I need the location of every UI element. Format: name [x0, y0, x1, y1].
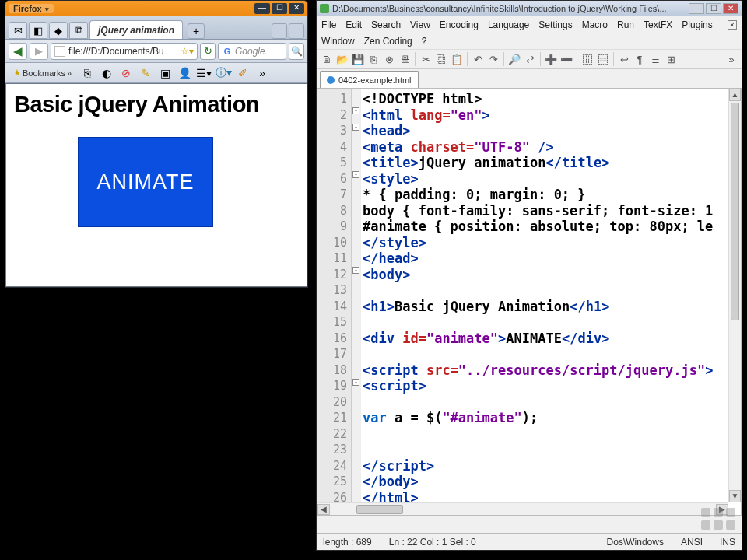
toolbar-overflow-icon[interactable]: »: [724, 52, 738, 66]
paste-icon[interactable]: 📋: [450, 52, 464, 66]
scroll-up-icon[interactable]: ▲: [729, 89, 741, 101]
zoom-in-icon[interactable]: ➕: [544, 52, 558, 66]
highlighter-icon[interactable]: ✐: [234, 65, 251, 81]
editor-tab-active[interactable]: 0402-example.html: [320, 71, 419, 88]
info-icon[interactable]: ⓘ▾: [215, 65, 232, 81]
list-tabs-button[interactable]: [272, 23, 287, 39]
open-file-icon[interactable]: 📂: [335, 52, 349, 66]
toolbar-icon-7[interactable]: ☰▾: [195, 65, 212, 81]
toolbar-overflow[interactable]: »: [254, 65, 271, 81]
app-tab-4[interactable]: ⧉: [69, 22, 88, 39]
minimize-button[interactable]: —: [254, 3, 270, 14]
firefox-app-button[interactable]: Firefox▾: [9, 4, 54, 13]
status-encoding: ANSI: [681, 537, 703, 548]
npp-titlebar: D:\Documents\Business\consultancy\Infini…: [317, 1, 742, 16]
npp-maximize-button[interactable]: ☐: [706, 3, 721, 14]
vertical-scrollbar[interactable]: ▲ ▼: [728, 89, 741, 502]
scroll-left-icon[interactable]: ◀: [317, 504, 330, 515]
reload-button[interactable]: ↻: [200, 43, 216, 60]
page-identity-icon: [54, 46, 65, 57]
menu-plugins[interactable]: Plugins: [682, 19, 712, 30]
print-icon[interactable]: 🖶: [398, 52, 412, 66]
undo-icon[interactable]: ↶: [471, 52, 485, 66]
menu-file[interactable]: File: [321, 19, 336, 30]
fold-gutter[interactable]: - - - - -: [352, 89, 361, 515]
new-tab-button[interactable]: +: [188, 23, 205, 39]
code-content[interactable]: <!DOCTYPE html> <html lang="en"> <head> …: [361, 89, 741, 515]
menu-macro[interactable]: Macro: [582, 19, 608, 30]
find-icon[interactable]: 🔎: [507, 52, 521, 66]
tabgroups-button[interactable]: [289, 23, 304, 39]
menu-edit[interactable]: Edit: [345, 19, 362, 30]
sync-v-icon[interactable]: ⿲: [580, 52, 594, 66]
fold-box-icon[interactable]: -: [352, 379, 359, 386]
fold-box-icon[interactable]: -: [352, 267, 359, 274]
toolbar-icon-5[interactable]: ▣: [156, 65, 174, 81]
folder-tree-icon[interactable]: ⊞: [664, 52, 678, 66]
zoom-out-icon[interactable]: ➖: [559, 52, 573, 66]
bookmarks-menu-button[interactable]: ★Bookmarks »: [9, 65, 76, 81]
menu-encoding[interactable]: Encoding: [440, 19, 479, 30]
replace-icon[interactable]: ⇄: [523, 52, 537, 66]
show-all-chars-icon[interactable]: ¶: [633, 52, 647, 66]
menu-textfx[interactable]: TextFX: [644, 19, 672, 30]
copy-icon[interactable]: ⿻: [434, 52, 448, 66]
save-all-icon[interactable]: ⎘: [366, 52, 381, 66]
firefox-tabbar: ✉ ◧ ◆ ⧉ jQuery animation +: [5, 16, 307, 40]
toolbar-icon-6[interactable]: 👤: [176, 65, 193, 81]
indent-guide-icon[interactable]: ≣: [648, 52, 662, 66]
menu-settings[interactable]: Settings: [538, 19, 572, 30]
menu-run[interactable]: Run: [617, 19, 634, 30]
firefox-titlebar: Firefox▾ — ☐ ✕: [5, 1, 307, 16]
hscroll-thumb[interactable]: [356, 505, 403, 514]
scroll-thumb[interactable]: [731, 103, 739, 320]
status-eol: Dos\Windows: [607, 537, 664, 548]
back-button[interactable]: ◀: [9, 43, 27, 60]
bookmark-star-icon[interactable]: ☆▾: [181, 46, 194, 57]
search-go-button[interactable]: 🔍: [289, 43, 304, 60]
close-file-icon[interactable]: ⊗: [382, 52, 396, 66]
npp-menubar: File Edit Search View Encoding Language …: [317, 16, 742, 33]
browser-tab-active[interactable]: jQuery animation: [89, 20, 183, 39]
watermark-icon: [701, 508, 737, 536]
save-icon[interactable]: 💾: [351, 52, 365, 66]
menu-help[interactable]: ?: [422, 36, 427, 47]
new-file-icon[interactable]: 🗎: [320, 52, 334, 66]
menu-language[interactable]: Language: [488, 19, 529, 30]
menu-zencoding[interactable]: Zen Coding: [364, 36, 412, 47]
npp-close-button[interactable]: ✕: [723, 3, 738, 14]
maximize-button[interactable]: ☐: [272, 3, 287, 14]
menu-window[interactable]: Window: [321, 36, 355, 47]
fold-box-icon[interactable]: -: [352, 124, 359, 131]
app-tab-2[interactable]: ◧: [29, 22, 47, 39]
npp-statusbar: length : 689 Ln : 22 Col : 1 Sel : 0 Dos…: [317, 533, 742, 550]
redo-icon[interactable]: ↷: [486, 52, 500, 66]
url-bar[interactable]: file:///D:/Documents/Bu ☆▾: [51, 43, 198, 60]
toolbar-icon-1[interactable]: ⎘: [79, 65, 96, 81]
wordwrap-icon[interactable]: ↩: [617, 52, 631, 66]
cut-icon[interactable]: ✂: [419, 52, 433, 66]
close-button[interactable]: ✕: [289, 3, 304, 14]
app-tab-3[interactable]: ◆: [49, 22, 68, 39]
toolbar-icon-2[interactable]: ◐: [98, 65, 115, 81]
sync-h-icon[interactable]: ⿳: [596, 52, 610, 66]
adblock-icon[interactable]: ⊘: [117, 65, 135, 81]
npp-titlebar-close-x[interactable]: ×: [728, 20, 737, 30]
fold-box-icon[interactable]: -: [352, 171, 359, 178]
npp-toolbar: 🗎 📂 💾 ⎘ ⊗ 🖶 ✂ ⿻ 📋 ↶ ↷ 🔎 ⇄ ➕ ➖ ⿲ ⿳ ↩ ¶ ≣ …: [317, 49, 742, 69]
menu-view[interactable]: View: [410, 19, 430, 30]
google-icon: G: [222, 46, 233, 57]
horizontal-scrollbar[interactable]: ◀ ▶: [317, 502, 728, 515]
search-box[interactable]: G Google: [218, 43, 286, 60]
scroll-down-icon[interactable]: ▼: [729, 490, 741, 502]
editor-area[interactable]: 1234567891011121314151617181920212223242…: [317, 88, 742, 516]
pencil-icon[interactable]: ✎: [137, 65, 154, 81]
firefox-app-label: Firefox: [13, 4, 42, 13]
fold-box-icon[interactable]: -: [352, 107, 359, 114]
npp-minimize-button[interactable]: —: [689, 3, 704, 14]
menu-search[interactable]: Search: [371, 19, 401, 30]
tab-filename: 0402-example.html: [338, 75, 412, 85]
tab-title: jQuery animation: [98, 25, 174, 36]
app-tab-gmail[interactable]: ✉: [9, 22, 27, 39]
forward-button[interactable]: ▶: [30, 43, 48, 60]
